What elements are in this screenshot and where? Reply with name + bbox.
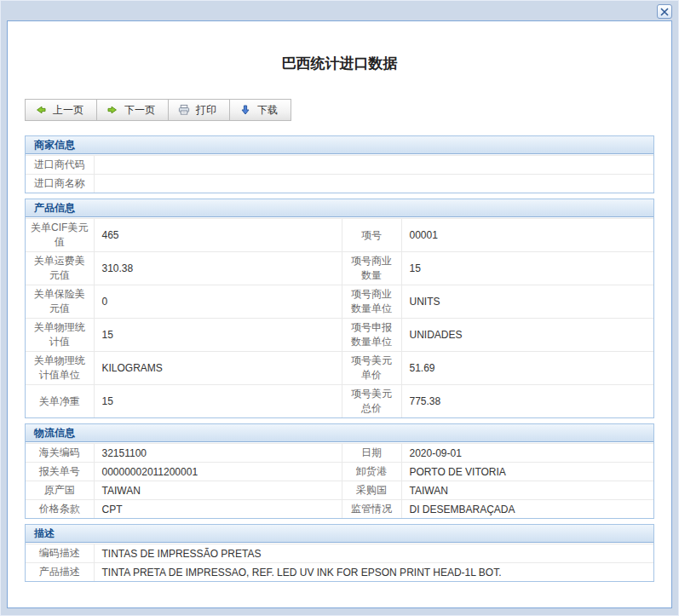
field-label: 关单物理统计值 xyxy=(26,319,94,352)
field-value: TAIWAN xyxy=(94,481,342,500)
field-label: 编码描述 xyxy=(26,544,94,563)
field-label: 日期 xyxy=(342,444,401,463)
field-label: 进口商名称 xyxy=(26,175,94,193)
field-label: 项号商业数量 xyxy=(342,252,401,285)
field-row: 关单物理统计值单位KILOGRAMS项号美元单价51.69 xyxy=(26,352,653,385)
field-value: PORTO DE VITORIA xyxy=(401,463,653,481)
field-row: 海关编码32151100日期2020-09-01 xyxy=(26,444,653,463)
field-row: 关单物理统计值15项号申报数量单位UNIDADES xyxy=(26,319,653,352)
field-label: 卸货港 xyxy=(342,463,401,481)
section-product: 产品信息关单CIF美元值465项号00001关单运费美元值310.38项号商业数… xyxy=(25,199,654,418)
arrow-down-icon xyxy=(239,104,251,116)
field-value: 00000002011200001 xyxy=(94,463,342,481)
field-row: 关单运费美元值310.38项号商业数量15 xyxy=(26,252,653,285)
field-value xyxy=(94,156,653,175)
toolbar: 上一页下一页打印下载 xyxy=(25,99,291,121)
sections: 商家信息进口商代码进口商名称产品信息关单CIF美元值465项号00001关单运费… xyxy=(25,135,654,582)
download-button[interactable]: 下载 xyxy=(229,99,291,121)
field-label: 海关编码 xyxy=(26,444,94,463)
close-icon xyxy=(660,8,669,16)
field-value: TINTAS DE IMPRESSÃO PRETAS xyxy=(94,544,653,563)
dialog-panel: 巴西统计进口数据 上一页下一页打印下载 商家信息进口商代码进口商名称产品信息关单… xyxy=(7,20,672,608)
section-description: 描述编码描述TINTAS DE IMPRESSÃO PRETAS产品描述TINT… xyxy=(25,524,654,582)
arrow-right-icon xyxy=(106,104,118,116)
field-row: 原产国TAIWAN采购国TAIWAN xyxy=(26,481,653,500)
field-value: 310.38 xyxy=(94,252,342,285)
arrow-left-icon xyxy=(35,104,47,116)
field-row: 进口商名称 xyxy=(26,175,653,193)
field-label: 关单净重 xyxy=(26,385,94,418)
field-label: 项号商业数量单位 xyxy=(342,285,401,319)
close-button[interactable] xyxy=(657,4,672,19)
section-title: 描述 xyxy=(26,525,653,543)
field-label: 进口商代码 xyxy=(26,156,94,175)
field-label: 产品描述 xyxy=(26,563,94,582)
field-label: 价格条款 xyxy=(26,500,94,519)
section-title: 产品信息 xyxy=(26,199,653,217)
field-row: 关单保险美元值0项号商业数量单位UNITS xyxy=(26,285,653,319)
section-title: 物流信息 xyxy=(26,424,653,442)
page-title: 巴西统计进口数据 xyxy=(8,54,671,73)
field-value: 775.38 xyxy=(401,385,653,418)
field-value: DI DESEMBARAÇADA xyxy=(401,500,653,519)
field-value: 0 xyxy=(94,285,342,319)
field-label: 项号美元总价 xyxy=(342,385,401,418)
printer-icon xyxy=(178,104,190,116)
field-label: 项号美元单价 xyxy=(342,352,401,385)
field-value: 2020-09-01 xyxy=(401,444,653,463)
field-value: UNITS xyxy=(401,285,653,319)
next-page-button[interactable]: 下一页 xyxy=(96,99,169,121)
field-value: CPT xyxy=(94,500,342,519)
field-row: 进口商代码 xyxy=(26,156,653,175)
field-row: 产品描述TINTA PRETA DE IMPRESSAO, REF. LED U… xyxy=(26,563,653,582)
section-title: 商家信息 xyxy=(26,136,653,154)
field-value: 15 xyxy=(94,385,342,418)
prev-page-button[interactable]: 上一页 xyxy=(25,99,97,121)
field-label: 报关单号 xyxy=(26,463,94,481)
field-label: 项号申报数量单位 xyxy=(342,319,401,352)
field-row: 编码描述TINTAS DE IMPRESSÃO PRETAS xyxy=(26,544,653,563)
field-value xyxy=(94,175,653,193)
field-label: 关单CIF美元值 xyxy=(26,219,94,252)
field-row: 价格条款CPT监管情况DI DESEMBARAÇADA xyxy=(26,500,653,519)
toolbar-button-label: 下载 xyxy=(257,103,278,118)
section-logistics: 物流信息海关编码32151100日期2020-09-01报关单号00000002… xyxy=(25,423,654,519)
field-row: 关单净重15项号美元总价775.38 xyxy=(26,385,653,418)
print-button[interactable]: 打印 xyxy=(168,99,230,121)
field-row: 报关单号00000002011200001卸货港PORTO DE VITORIA xyxy=(26,463,653,481)
field-value: UNIDADES xyxy=(401,319,653,352)
field-value: 15 xyxy=(94,319,342,352)
field-label: 关单物理统计值单位 xyxy=(26,352,94,385)
field-value: 465 xyxy=(94,219,342,252)
toolbar-button-label: 打印 xyxy=(196,103,216,118)
field-value: 32151100 xyxy=(94,444,342,463)
toolbar-button-label: 下一页 xyxy=(124,103,155,118)
field-value: TAIWAN xyxy=(401,481,653,500)
field-label: 项号 xyxy=(342,219,401,252)
field-value: KILOGRAMS xyxy=(94,352,342,385)
field-label: 监管情况 xyxy=(342,500,401,519)
field-row: 关单CIF美元值465项号00001 xyxy=(26,219,653,252)
field-value: 00001 xyxy=(401,219,653,252)
field-value: TINTA PRETA DE IMPRESSAO, REF. LED UV IN… xyxy=(94,563,653,582)
field-label: 原产国 xyxy=(26,481,94,500)
field-label: 关单保险美元值 xyxy=(26,285,94,319)
field-label: 关单运费美元值 xyxy=(26,252,94,285)
toolbar-button-label: 上一页 xyxy=(53,103,83,118)
section-merchant: 商家信息进口商代码进口商名称 xyxy=(25,135,654,193)
field-value: 15 xyxy=(401,252,653,285)
field-value: 51.69 xyxy=(401,352,653,385)
field-label: 采购国 xyxy=(342,481,401,500)
